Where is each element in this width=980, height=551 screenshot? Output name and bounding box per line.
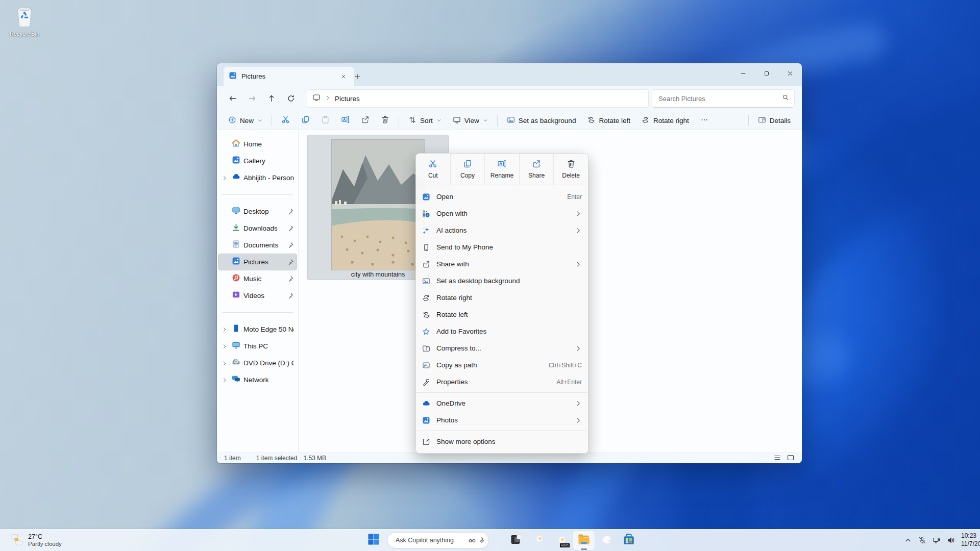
menu-item-add-to-favorites[interactable]: Add to Favorites (416, 323, 588, 340)
weather-widget[interactable]: 27°C Partly cloudy (5, 530, 66, 551)
rotate-left-button[interactable]: Rotate left (582, 113, 635, 128)
menu-item-share-with[interactable]: Share with (416, 256, 588, 272)
menu-item-send-to-my-phone[interactable]: Send to My Phone (416, 239, 588, 256)
search-input[interactable] (657, 94, 782, 103)
chevron-right-icon[interactable] (220, 343, 229, 349)
copilot-search-input[interactable] (395, 536, 466, 544)
menu-item-compress-to[interactable]: Compress to... (416, 340, 588, 357)
up-button[interactable] (263, 90, 280, 107)
microphone-icon[interactable] (478, 537, 485, 544)
menu-item-open-with[interactable]: Open with (416, 205, 588, 222)
share-quick-button[interactable]: Share (519, 154, 554, 185)
pictures-tab-icon (229, 71, 237, 82)
forward-button[interactable] (243, 90, 261, 107)
address-bar[interactable]: Pictures (307, 89, 649, 108)
window-controls (731, 63, 802, 84)
copilot-vision-glasses-icon[interactable] (468, 536, 476, 544)
navigation-bar: Pictures (217, 86, 802, 111)
taskbar-store[interactable] (618, 530, 640, 550)
maximize-button[interactable] (755, 63, 778, 84)
hidden-icons-chevron-icon[interactable] (901, 531, 915, 549)
thumbnail-view-toggle-icon[interactable] (787, 454, 795, 463)
set-as-background-button[interactable]: Set as background (502, 113, 581, 128)
chevron-right-icon (575, 417, 582, 424)
breadcrumb[interactable]: Pictures (335, 95, 360, 103)
menu-item-copy-as-path[interactable]: Copy as path Ctrl+Shift+C (416, 357, 588, 373)
more-options-button[interactable] (695, 113, 714, 128)
menu-item-rotate-right[interactable]: Rotate right (416, 289, 588, 306)
menu-separator (416, 431, 587, 431)
tab-title: Pictures (241, 72, 333, 80)
rename-button[interactable] (336, 113, 355, 128)
menu-item-set-as-desktop-background[interactable]: Set as desktop background (416, 272, 588, 289)
close-button[interactable] (778, 63, 802, 84)
menu-item-ai-actions[interactable]: AI actions (416, 222, 588, 239)
cut-quick-button[interactable]: Cut (416, 154, 450, 185)
menu-item-photos[interactable]: Photos (416, 412, 588, 429)
start-button[interactable] (363, 530, 384, 550)
microphone-muted-icon[interactable] (915, 531, 929, 549)
menu-item-rotate-left[interactable]: Rotate left (416, 306, 588, 323)
menu-item-open[interactable]: Open Enter (416, 188, 588, 205)
new-button[interactable]: New (223, 113, 267, 128)
chevron-right-icon[interactable] (220, 175, 229, 181)
taskbar-copilot[interactable] (528, 530, 550, 550)
view-button[interactable]: View (448, 113, 493, 128)
copy-button[interactable] (296, 113, 315, 128)
dvd-drive-icon (232, 358, 240, 368)
list-view-toggle-icon[interactable] (773, 454, 781, 463)
taskbar-file-explorer[interactable] (573, 530, 595, 550)
image-icon (507, 116, 515, 126)
taskbar-clock[interactable]: 10:23 11/7/2025 (961, 532, 980, 548)
sidebar-item-downloads[interactable]: Downloads (218, 220, 297, 237)
tab-pictures[interactable]: Pictures (224, 67, 354, 86)
back-button[interactable] (224, 90, 241, 107)
context-menu: Cut Copy Rename Share Delete Open (415, 153, 589, 454)
sidebar-item-desktop[interactable]: Desktop (218, 203, 297, 220)
taskbar: 27°C Partly cloudy M365 (0, 529, 980, 551)
volume-icon[interactable] (944, 531, 958, 549)
taskbar-app-window[interactable] (505, 530, 528, 550)
sidebar-item-documents[interactable]: Documents (218, 237, 297, 254)
desktop-icon (232, 206, 240, 217)
sidebar-item-this-pc[interactable]: This PC (218, 338, 297, 355)
sort-button[interactable]: Sort (403, 113, 447, 128)
minimize-button[interactable] (731, 63, 755, 84)
refresh-button[interactable] (282, 90, 300, 107)
system-tray: 10:23 11/7/2025 (901, 530, 980, 551)
sidebar-item-videos[interactable]: Videos (218, 287, 297, 304)
menu-item-show-more-options[interactable]: Show more options (416, 433, 588, 450)
sidebar-item-onedrive-personal[interactable]: Abhijith - Personal (218, 169, 297, 186)
quick-actions-row: Cut Copy Rename Share Delete (416, 154, 588, 185)
sidebar-item-dvd-drive[interactable]: DVD Drive (D:) CCC (218, 355, 297, 371)
sidebar-item-home[interactable]: Home (218, 136, 297, 153)
chevron-right-icon[interactable] (220, 327, 229, 333)
recycle-bin[interactable]: Recycle Bin (6, 5, 43, 37)
chevron-right-icon[interactable] (220, 360, 229, 366)
details-button[interactable]: Details (753, 113, 796, 128)
menu-item-onedrive[interactable]: OneDrive (416, 395, 588, 412)
chevron-down-icon (257, 117, 262, 124)
rotate-right-button[interactable]: Rotate right (636, 113, 694, 128)
sidebar-item-network[interactable]: Network (218, 371, 297, 388)
share-button[interactable] (356, 113, 375, 128)
sidebar-item-gallery[interactable]: Gallery (218, 153, 297, 169)
sidebar-item-music[interactable]: Music (218, 270, 297, 287)
copilot-search-box[interactable] (387, 532, 489, 548)
chevron-right-icon[interactable] (220, 377, 229, 383)
taskbar-edge[interactable] (595, 530, 618, 550)
menu-item-properties[interactable]: Properties Alt+Enter (416, 373, 588, 390)
paste-button[interactable] (316, 113, 335, 128)
cut-button[interactable] (276, 113, 295, 128)
sidebar-item-pictures[interactable]: Pictures (218, 254, 297, 270)
sidebar-item-moto-edge[interactable]: Moto Edge 50 Neo (218, 321, 297, 338)
network-tray-icon[interactable] (929, 531, 944, 549)
copy-quick-button[interactable]: Copy (450, 154, 485, 185)
new-tab-button[interactable] (351, 70, 364, 83)
taskbar-m365-copilot[interactable]: M365 (550, 530, 573, 550)
tab-close-icon[interactable] (338, 71, 349, 82)
recycle-bin-label: Recycle Bin (6, 31, 43, 37)
delete-quick-button[interactable]: Delete (553, 154, 588, 185)
delete-button[interactable] (376, 113, 395, 128)
rename-quick-button[interactable]: Rename (484, 154, 519, 185)
